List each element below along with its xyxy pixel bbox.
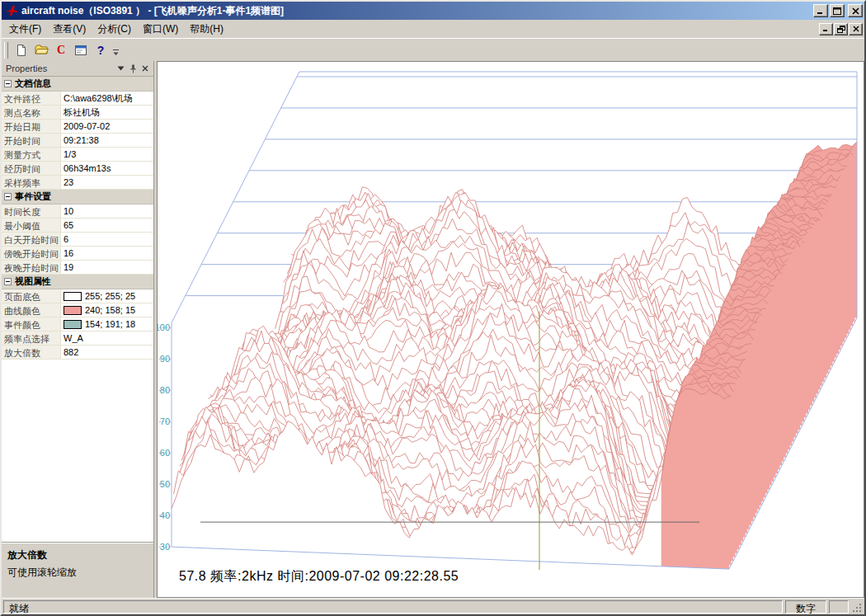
close-icon[interactable] (139, 63, 151, 74)
toolbar-overflow-button[interactable] (111, 40, 121, 59)
mdi-close-button[interactable] (849, 23, 863, 35)
property-label: 经历时间 (2, 162, 61, 175)
property-label: 放大倍数 (2, 346, 61, 359)
properties-window-button[interactable] (71, 40, 91, 59)
description-title: 放大倍数 (7, 548, 148, 562)
property-value-text: 240; 158; 15 (85, 305, 135, 315)
property-value: 1/3 (61, 148, 153, 161)
pin-icon[interactable] (127, 63, 139, 74)
axis-tick-label: 30 (160, 542, 170, 552)
property-label: 夜晚开始时间 (2, 261, 61, 274)
collapse-icon[interactable] (4, 193, 12, 200)
property-value: 2009-07-02 (61, 120, 153, 133)
menu-analysis[interactable]: 分析(C) (92, 20, 137, 39)
property-label: 白天开始时间 (2, 233, 61, 246)
property-row[interactable]: 开始日期2009-07-02 (2, 120, 153, 134)
property-label: 页面底色 (2, 289, 61, 303)
property-value-text: 06h34m13s (64, 163, 111, 173)
close-icon (852, 7, 859, 15)
axis-tick-label: 80 (160, 385, 170, 395)
titlebar[interactable]: aircraft noise（ISO3891 ） - [飞机噪声分析1-事件1频… (2, 2, 864, 20)
property-row[interactable]: 夜晚开始时间19 (2, 261, 153, 275)
property-row[interactable]: 放大倍数882 (2, 346, 153, 360)
property-row[interactable]: 文件路径C:\awa6298\机场 (2, 92, 153, 106)
property-value-text: 154; 191; 18 (85, 319, 135, 329)
section-title: 事件设置 (15, 190, 51, 203)
app-window: aircraft noise（ISO3891 ） - [飞机噪声分析1-事件1频… (0, 0, 866, 616)
property-value: 06h34m13s (61, 162, 153, 175)
property-row[interactable]: 频率点选择W_A (2, 332, 153, 346)
section-title: 视图属性 (15, 275, 51, 288)
close-button[interactable] (848, 4, 863, 17)
property-value: 09:21:38 (61, 134, 153, 147)
menu-file[interactable]: 文件(F) (3, 20, 47, 39)
toolbar-grip[interactable] (4, 42, 8, 59)
property-section-header[interactable]: 文档信息 (2, 77, 153, 92)
minimize-button[interactable] (813, 4, 828, 17)
property-label: 文件路径 (2, 92, 61, 105)
mdi-window-buttons (818, 23, 863, 35)
help-button[interactable]: ? (91, 40, 111, 59)
property-value-text: 882 (64, 347, 78, 357)
property-row[interactable]: 事件颜色154; 191; 18 (2, 317, 153, 332)
statusbar: 就绪 数字 (2, 598, 864, 614)
property-row[interactable]: 开始时间09:21:38 (2, 134, 153, 148)
chinese-toggle-glyph: C (57, 44, 65, 57)
property-grid[interactable]: 文档信息文件路径C:\awa6298\机场测点名称栎社机场开始日期2009-07… (2, 77, 153, 542)
plot-area: 10090807060504030 57.8 频率:2kHz 时间:2009-0… (157, 61, 864, 598)
property-value: 255; 255; 25 (61, 289, 153, 303)
property-row[interactable]: 页面底色255; 255; 25 (2, 289, 153, 303)
new-document-button[interactable] (12, 40, 31, 59)
status-pane-empty (829, 600, 849, 614)
property-value-text: 16 (64, 248, 73, 258)
property-value: 154; 191; 18 (61, 317, 153, 331)
property-value: 6 (61, 233, 153, 246)
property-label: 开始时间 (2, 134, 61, 147)
chinese-toggle-button[interactable]: C (51, 40, 71, 59)
minimize-icon (822, 26, 830, 32)
property-section-header[interactable]: 视图属性 (2, 275, 153, 289)
property-value-text: 6 (64, 234, 68, 244)
close-icon (853, 26, 859, 32)
menu-window[interactable]: 窗口(W) (137, 20, 184, 39)
open-file-button[interactable] (31, 40, 51, 59)
property-value: C:\awa6298\机场 (61, 92, 153, 105)
property-row[interactable]: 测量方式1/3 (2, 148, 153, 162)
property-row[interactable]: 测点名称栎社机场 (2, 106, 153, 120)
property-label: 频率点选择 (2, 332, 61, 345)
collapse-icon[interactable] (4, 278, 12, 285)
property-row[interactable]: 傍晚开始时间16 (2, 247, 153, 261)
mdi-minimize-button[interactable] (819, 23, 833, 35)
menu-help[interactable]: 帮助(H) (184, 20, 229, 39)
property-value-text: 09:21:38 (64, 135, 99, 145)
chevron-down-icon (112, 49, 120, 57)
property-row[interactable]: 时间长度10 (2, 205, 153, 219)
property-label: 采样频率 (2, 176, 61, 189)
property-label: 时间长度 (2, 205, 61, 218)
maximize-button[interactable] (830, 4, 845, 17)
property-section-header[interactable]: 事件设置 (2, 190, 153, 205)
property-row[interactable]: 最小阈值65 (2, 219, 153, 233)
description-text: 可使用滚轮缩放 (7, 566, 148, 580)
properties-panel-header[interactable]: Properties (2, 61, 153, 77)
open-folder-icon (35, 44, 49, 56)
collapse-icon[interactable] (4, 80, 12, 87)
mdi-restore-button[interactable] (834, 23, 848, 35)
property-row[interactable]: 白天开始时间6 (2, 233, 153, 247)
resize-grip[interactable] (851, 600, 863, 614)
waterfall-plot[interactable]: 10090807060504030 (158, 62, 864, 597)
property-value-text: 10 (64, 206, 73, 216)
axis-tick-label: 90 (160, 354, 170, 364)
property-value-text: 栎社机场 (64, 106, 100, 119)
property-label: 开始日期 (2, 120, 61, 133)
panel-title: Properties (6, 63, 114, 73)
chevron-down-icon[interactable] (115, 63, 126, 74)
menubar: 文件(F) 查看(V) 分析(C) 窗口(W) 帮助(H) (2, 20, 864, 38)
restore-icon (837, 26, 845, 33)
property-row[interactable]: 采样频率23 (2, 176, 153, 190)
property-row[interactable]: 曲线颜色240; 158; 15 (2, 303, 153, 317)
property-value-text: C:\awa6298\机场 (64, 92, 133, 105)
menu-view[interactable]: 查看(V) (47, 20, 92, 39)
property-row[interactable]: 经历时间06h34m13s (2, 162, 153, 176)
property-value-text: 2009-07-02 (64, 121, 110, 131)
